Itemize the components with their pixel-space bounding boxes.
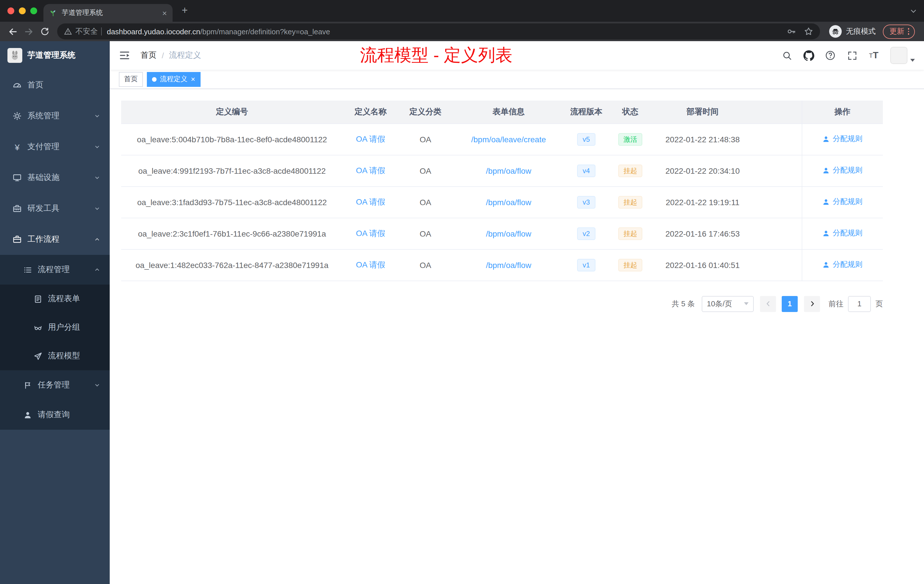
form-icon (33, 294, 42, 304)
column-header: 操作 (802, 101, 883, 124)
form-link[interactable]: /bpm/oa/flow (486, 260, 531, 269)
sidebar-item-home[interactable]: 首页 (0, 70, 110, 101)
status-badge: 挂起 (618, 227, 642, 240)
page-content: 定义编号 定义名称 定义分类 表单信息 流程版本 状态 部署时间 操作 (110, 89, 924, 584)
sidebar-item-task-management[interactable]: 任务管理 (0, 370, 110, 400)
sidebar-logo[interactable]: 芋道管理系统 (0, 41, 110, 70)
pagination-total: 共 5 条 (672, 299, 695, 309)
fullscreen-icon[interactable] (845, 48, 860, 63)
definition-name-link[interactable]: OA 请假 (356, 197, 385, 206)
cell-spacer (752, 155, 802, 186)
definition-name-link[interactable]: OA 请假 (356, 260, 385, 269)
sidebar-item-payment[interactable]: ¥ 支付管理 (0, 132, 110, 162)
sidebar: 芋道管理系统 首页 系统管理 ¥ 支付管理 (0, 41, 110, 584)
user-menu[interactable] (890, 47, 915, 64)
goto-label: 前往 (828, 299, 843, 309)
gear-icon (13, 111, 22, 120)
cell-category: OA (398, 186, 452, 218)
sidebar-item-process-management[interactable]: 流程管理 (0, 255, 110, 285)
github-icon[interactable] (801, 48, 816, 63)
form-link[interactable]: /bpm/oa/leave/create (471, 135, 546, 144)
tag-process-definition[interactable]: 流程定义 × (147, 72, 200, 87)
tag-close-icon[interactable]: × (191, 76, 195, 83)
form-link[interactable]: /bpm/oa/flow (486, 229, 531, 238)
page-number-1[interactable]: 1 (782, 296, 798, 312)
browser-menu-icon[interactable] (908, 28, 909, 35)
user-icon (823, 198, 830, 206)
pagination: 共 5 条 10条/页 1 前往 页 (121, 296, 883, 312)
sidebar-item-label: 基础设施 (27, 173, 88, 183)
assign-rule-label: 分配规则 (833, 197, 863, 207)
sidebar-item-label: 支付管理 (27, 142, 88, 152)
sidebar-item-workflow[interactable]: 工作流程 (0, 224, 110, 255)
window-close-button[interactable] (7, 7, 14, 14)
sidebar-fold-icon[interactable] (119, 49, 132, 62)
search-icon[interactable] (779, 48, 794, 63)
tab-close-icon[interactable]: × (162, 9, 167, 17)
definition-name-link[interactable]: OA 请假 (356, 228, 385, 238)
sidebar-item-leave-query[interactable]: 请假查询 (0, 400, 110, 430)
window-zoom-button[interactable] (30, 7, 37, 14)
sidebar-item-label: 用户分组 (48, 322, 101, 333)
password-key-icon[interactable] (787, 27, 796, 36)
chevron-down-icon (94, 205, 101, 212)
sidebar-item-infrastructure[interactable]: 基础设施 (0, 162, 110, 193)
sidebar-item-user-group[interactable]: 用户分组 (0, 313, 110, 342)
tab-search-chevron-icon[interactable] (910, 7, 917, 15)
status-badge: 激活 (618, 133, 642, 145)
font-size-icon[interactable]: TT (866, 48, 881, 63)
assign-rule-button[interactable]: 分配规则 (823, 165, 863, 176)
prev-page-button[interactable] (760, 296, 776, 312)
goto-page-input[interactable] (848, 296, 871, 312)
sidebar-item-system[interactable]: 系统管理 (0, 101, 110, 132)
insecure-warning-icon[interactable] (64, 27, 72, 35)
help-icon[interactable] (823, 48, 838, 63)
sidebar-item-process-form[interactable]: 流程表单 (0, 285, 110, 313)
cell-category: OA (398, 124, 452, 155)
chevron-up-icon (94, 236, 101, 243)
browser-toolbar: 不安全 dashboard.yudao.iocoder.cn/bpm/manag… (0, 22, 924, 41)
user-icon (823, 135, 830, 143)
page-size-select[interactable]: 10条/页 (702, 296, 754, 312)
avatar[interactable] (890, 47, 908, 64)
version-tag: v2 (577, 227, 596, 240)
browser-tab[interactable]: 芋道管理系统 × (43, 4, 173, 22)
status-badge: 挂起 (618, 259, 642, 271)
sidebar-item-dev-tools[interactable]: 研发工具 (0, 193, 110, 224)
browser-update-button[interactable]: 更新 (883, 24, 915, 39)
reload-icon[interactable] (36, 23, 53, 40)
assign-rule-button[interactable]: 分配规则 (823, 197, 863, 207)
sidebar-item-label: 工作流程 (27, 234, 88, 244)
chevron-up-icon (94, 266, 101, 273)
table-row: oa_leave:3:1fad3d93-7b75-11ec-a3c8-acde4… (121, 186, 883, 218)
tag-label: 流程定义 (160, 74, 187, 84)
assign-rule-label: 分配规则 (833, 165, 863, 176)
next-page-button[interactable] (804, 296, 820, 312)
chevron-down-icon (94, 174, 101, 181)
sidebar-item-label: 流程模型 (48, 351, 101, 361)
cell-deploy-time: 2022-01-22 19:19:11 (653, 186, 752, 218)
assign-rule-button[interactable]: 分配规则 (823, 134, 863, 144)
breadcrumb-home[interactable]: 首页 (140, 50, 157, 61)
sidebar-item-label: 研发工具 (27, 203, 88, 214)
assign-rule-button[interactable]: 分配规则 (823, 260, 863, 270)
definition-name-link[interactable]: OA 请假 (356, 165, 385, 175)
bookmark-star-icon[interactable] (804, 27, 813, 36)
tag-home[interactable]: 首页 (119, 72, 143, 87)
form-link[interactable]: /bpm/oa/flow (486, 198, 531, 206)
form-link[interactable]: /bpm/oa/flow (486, 166, 531, 175)
column-header: 部署时间 (653, 101, 752, 124)
forward-icon[interactable] (21, 23, 36, 40)
assign-rule-button[interactable]: 分配规则 (823, 228, 863, 239)
sidebar-item-process-model[interactable]: 流程模型 (0, 342, 110, 370)
yen-icon: ¥ (13, 142, 22, 152)
table-row: oa_leave:4:991f2193-7b7f-11ec-a3c8-acde4… (121, 155, 883, 186)
sidebar-item-label: 任务管理 (38, 380, 88, 390)
cell-deploy-time: 2022-01-16 01:40:51 (653, 249, 752, 280)
back-icon[interactable] (5, 23, 21, 40)
cell-definition-id: oa_leave:5:004b710b-7b8a-11ec-8ef0-acde4… (121, 124, 343, 155)
definition-name-link[interactable]: OA 请假 (356, 134, 385, 143)
new-tab-button[interactable]: + (182, 5, 188, 16)
address-bar[interactable]: 不安全 dashboard.yudao.iocoder.cn/bpm/manag… (57, 23, 820, 40)
window-minimize-button[interactable] (19, 7, 26, 14)
